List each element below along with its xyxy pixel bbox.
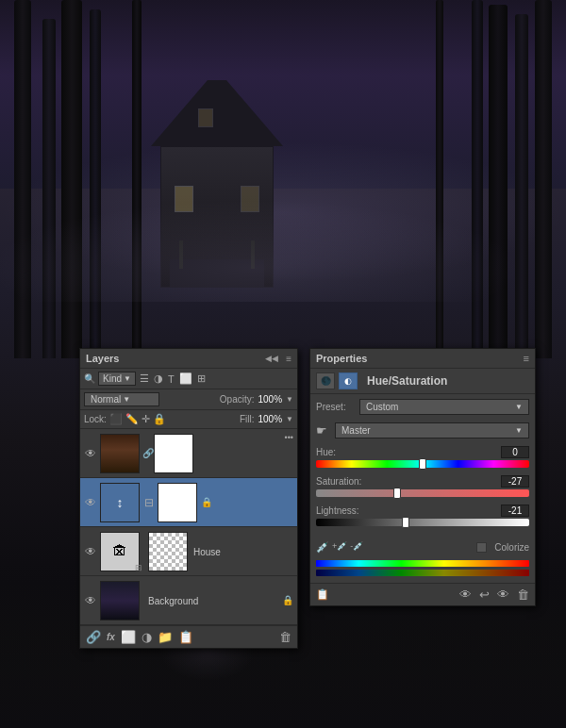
- more-options-icon[interactable]: •••: [285, 433, 293, 442]
- layers-collapse-icon[interactable]: ◀◀: [265, 354, 278, 364]
- create-group-button[interactable]: 📁: [158, 630, 173, 644]
- layers-panel-controls[interactable]: ◀◀ ≡: [265, 354, 291, 364]
- lock-transparency-icon[interactable]: ⬛: [109, 413, 123, 425]
- layer-thumbnail: ↕: [100, 483, 140, 522]
- layer-thumbnail: 🏚: [100, 532, 140, 571]
- adjustment-type-title: Hue/Saturation: [367, 374, 447, 388]
- lightness-label: Lightness:: [316, 505, 359, 516]
- search-icon: 🔍: [84, 373, 95, 384]
- shape-filter-icon[interactable]: ⬜: [178, 372, 193, 386]
- visibility-icon[interactable]: 👁: [459, 587, 472, 602]
- layer-link-icon[interactable]: 🔗: [142, 448, 152, 458]
- hue-value[interactable]: 0: [501, 446, 529, 458]
- layer-visibility-toggle[interactable]: 👁: [84, 545, 97, 558]
- source-color-bar: [316, 560, 529, 567]
- delete-layer-button[interactable]: 🗑: [279, 630, 291, 644]
- saturation-slider-row: Saturation: -27: [316, 475, 529, 497]
- preview-icon[interactable]: 👁: [497, 587, 509, 602]
- colorize-label: Colorize: [494, 542, 529, 553]
- preset-dropdown[interactable]: Custom ▼: [359, 399, 529, 415]
- grayscale-icon-btn[interactable]: 🌑: [316, 372, 335, 389]
- color-bars: [310, 556, 535, 583]
- fill-row: Fill: 100% ▼: [240, 414, 293, 424]
- add-to-canvas-icon[interactable]: 📋: [316, 588, 329, 601]
- layer-visibility-toggle[interactable]: 👁: [84, 496, 97, 509]
- pixel-filter-icon[interactable]: ☰: [139, 372, 150, 386]
- layer-name: Background: [148, 596, 198, 606]
- lock-position-icon[interactable]: ✛: [142, 413, 150, 425]
- link-layers-button[interactable]: 🔗: [86, 630, 101, 644]
- add-fx-button[interactable]: fx: [107, 632, 115, 642]
- layer-mask-thumbnail: [158, 483, 197, 522]
- layer-lock-icon: 🔒: [201, 497, 212, 507]
- colorize-checkbox[interactable]: [476, 542, 487, 553]
- sample-eyedropper-icon[interactable]: 💉: [316, 541, 329, 554]
- saturation-slider-thumb[interactable]: [393, 488, 401, 499]
- lightness-slider-thumb[interactable]: [402, 517, 409, 528]
- saturation-slider-track[interactable]: [316, 489, 529, 497]
- layers-filter-toolbar: 🔍 Kind ▼ ☰ ◑ T ⬜ ⊞: [80, 369, 297, 389]
- layer-item[interactable]: 👁 🔗 •••: [80, 429, 297, 478]
- adjustment-filter-icon[interactable]: ◑: [153, 372, 164, 386]
- layer-lock-icon: 🔒: [282, 595, 293, 605]
- lightness-slider-track[interactable]: [316, 519, 529, 526]
- properties-footer-right: 👁 ↩ 👁 🗑: [459, 587, 529, 602]
- saturation-label: Saturation:: [316, 476, 361, 487]
- channel-dropdown[interactable]: Master ▼: [335, 422, 529, 438]
- layer-name-container: Background: [148, 595, 282, 606]
- layer-link-icon[interactable]: ⊟: [144, 496, 154, 509]
- delete-adjustment-icon[interactable]: 🗑: [517, 587, 529, 602]
- layers-panel-title: Layers: [86, 353, 119, 364]
- kind-filter-dropdown[interactable]: Kind ▼: [98, 372, 136, 386]
- saturation-value[interactable]: -27: [501, 475, 529, 488]
- hue-slider-row: Hue: 0: [316, 446, 529, 468]
- hue-slider-thumb[interactable]: [419, 458, 426, 470]
- target-adjustment-icon[interactable]: ☛: [316, 423, 327, 438]
- chevron-down-icon: ▼: [515, 426, 523, 435]
- channel-row: ☛ Master ▼: [310, 420, 535, 441]
- layers-panel-header: Layers ◀◀ ≡: [80, 349, 297, 369]
- properties-panel-header: Properties ≡: [310, 349, 535, 369]
- type-filter-icon[interactable]: T: [167, 372, 175, 386]
- layer-thumbnail: [100, 434, 140, 473]
- layer-item[interactable]: 👁 Background 🔒: [80, 576, 297, 625]
- preset-row: Preset: Custom ▼: [310, 394, 535, 420]
- layer-item[interactable]: 👁 🏚 ⊞ House: [80, 527, 297, 576]
- properties-footer-icons: 📋: [316, 588, 329, 601]
- sliders-section: Hue: 0 Saturation: -27 Lightness: -21: [310, 441, 535, 538]
- layer-mask-thumbnail: [154, 434, 193, 473]
- fill-stepper[interactable]: ▼: [286, 415, 293, 423]
- colorize-row: 💉 +💉 -💉 Colorize: [310, 538, 535, 556]
- add-sample-icon[interactable]: +💉: [332, 541, 347, 554]
- create-layer-button[interactable]: 📋: [178, 630, 193, 644]
- remove-sample-icon[interactable]: -💉: [350, 541, 363, 554]
- blend-mode-dropdown[interactable]: Normal ▼: [84, 392, 159, 406]
- layer-item[interactable]: 👁 ↕ ⊟ 🔒: [80, 478, 297, 527]
- lightness-slider-row: Lightness: -21: [316, 505, 529, 526]
- add-adjustment-button[interactable]: ◑: [142, 630, 152, 644]
- properties-menu-icon[interactable]: ≡: [524, 353, 529, 364]
- opacity-stepper[interactable]: ▼: [286, 395, 293, 404]
- layer-visibility-toggle[interactable]: 👁: [84, 594, 97, 607]
- layers-menu-icon[interactable]: ≡: [286, 354, 291, 364]
- layers-footer: 🔗 fx ⬜ ◑ 📁 📋 🗑: [80, 625, 297, 648]
- layer-name-container: House: [193, 546, 293, 557]
- lock-row: Lock: ⬛ ✏️ ✛ 🔒 Fill: 100% ▼: [80, 410, 297, 429]
- hue-label: Hue:: [316, 447, 336, 457]
- layer-visibility-toggle[interactable]: 👁: [84, 447, 97, 460]
- lock-all-icon[interactable]: 🔒: [153, 413, 166, 425]
- layer-mask-thumbnail: [148, 532, 188, 571]
- lightness-value[interactable]: -21: [501, 505, 529, 517]
- result-color-bar: [316, 570, 529, 576]
- properties-panel-title: Properties: [316, 353, 367, 364]
- add-mask-button[interactable]: ⬜: [121, 630, 136, 644]
- eyedropper-icons: 💉 +💉 -💉: [316, 541, 363, 554]
- properties-icons-row: 🌑 ◐ Hue/Saturation: [310, 369, 535, 394]
- properties-footer: 📋 👁 ↩ 👁 🗑: [310, 583, 535, 605]
- lock-pixels-icon[interactable]: ✏️: [125, 413, 139, 425]
- chevron-down-icon: ▼: [515, 403, 523, 411]
- huesaturation-icon-btn[interactable]: ◐: [339, 372, 358, 389]
- reset-icon[interactable]: ↩: [479, 587, 490, 602]
- hue-slider-track[interactable]: [316, 460, 529, 468]
- smartobj-filter-icon[interactable]: ⊞: [196, 372, 207, 386]
